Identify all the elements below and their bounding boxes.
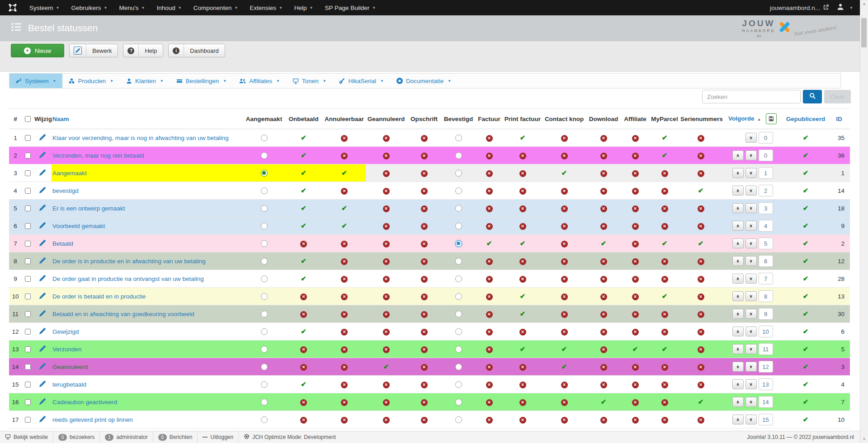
- row-checkbox[interactable]: [25, 329, 31, 335]
- check-icon[interactable]: ✔: [803, 310, 809, 317]
- cross-icon[interactable]: ✕: [632, 329, 639, 336]
- move-up-button[interactable]: ∧: [732, 326, 744, 336]
- cross-icon[interactable]: ✕: [661, 188, 668, 195]
- status-name-link[interactable]: De order gaat in productie na ontvangst …: [52, 275, 204, 282]
- edit-pencil-icon[interactable]: [39, 240, 46, 246]
- order-value-input[interactable]: [759, 185, 773, 196]
- check-icon[interactable]: ✔: [520, 239, 526, 247]
- move-up-button[interactable]: ∧: [732, 168, 744, 178]
- radio-button[interactable]: [261, 135, 268, 141]
- cross-icon[interactable]: ✕: [486, 311, 493, 318]
- cross-icon[interactable]: ✕: [421, 399, 428, 406]
- cross-icon[interactable]: ✕: [632, 170, 639, 177]
- move-down-button[interactable]: ∨: [745, 397, 757, 407]
- cross-icon[interactable]: ✕: [519, 223, 526, 230]
- component-menu-item-tonen[interactable]: Tonen ▼: [286, 74, 333, 88]
- cross-icon[interactable]: ✕: [698, 153, 704, 159]
- radio-button[interactable]: [261, 328, 268, 335]
- cross-icon[interactable]: ✕: [486, 223, 493, 230]
- cross-icon[interactable]: ✕: [383, 311, 390, 318]
- check-icon[interactable]: ✔: [632, 345, 638, 353]
- cross-icon[interactable]: ✕: [519, 329, 526, 336]
- cross-icon[interactable]: ✕: [561, 223, 568, 230]
- radio-button[interactable]: [261, 346, 268, 353]
- radio-button[interactable]: [261, 399, 268, 406]
- cross-icon[interactable]: ✕: [661, 329, 668, 336]
- column-header-gepubliceerd[interactable]: Gepubliceerd: [783, 109, 828, 129]
- topbar-menu-inhoud[interactable]: Inhoud ▼: [151, 0, 187, 15]
- radio-button[interactable]: [455, 152, 462, 159]
- cross-icon[interactable]: ✕: [600, 329, 607, 336]
- status-name-link[interactable]: Klaar voor verzending, maar is nog in af…: [52, 135, 228, 141]
- cross-icon[interactable]: ✕: [661, 311, 668, 318]
- check-icon[interactable]: ✔: [662, 151, 668, 159]
- radio-button[interactable]: [455, 187, 462, 194]
- cross-icon[interactable]: ✕: [698, 223, 704, 230]
- cross-icon[interactable]: ✕: [341, 417, 348, 424]
- cross-icon[interactable]: ✕: [632, 205, 639, 212]
- logout-link[interactable]: Uitloggen: [198, 431, 239, 443]
- move-up-button[interactable]: ∧: [732, 203, 744, 213]
- order-value-input[interactable]: [759, 326, 773, 337]
- cross-icon[interactable]: ✕: [661, 399, 668, 406]
- row-checkbox[interactable]: [25, 223, 31, 229]
- check-icon[interactable]: ✔: [803, 239, 809, 247]
- row-checkbox[interactable]: [25, 311, 31, 317]
- cross-icon[interactable]: ✕: [661, 382, 668, 388]
- search-button[interactable]: [803, 90, 822, 103]
- order-value-input[interactable]: [759, 343, 773, 355]
- cross-icon[interactable]: ✕: [519, 417, 526, 424]
- save-order-button[interactable]: [766, 113, 777, 124]
- check-icon[interactable]: ✔: [803, 415, 809, 423]
- check-icon[interactable]: ✔: [662, 345, 668, 353]
- cross-icon[interactable]: ✕: [300, 364, 307, 371]
- topbar-menu-componenten[interactable]: Componenten ▼: [188, 0, 244, 15]
- row-checkbox[interactable]: [25, 382, 31, 387]
- cross-icon[interactable]: ✕: [383, 294, 390, 300]
- cross-icon[interactable]: ✕: [486, 135, 493, 142]
- cross-icon[interactable]: ✕: [698, 135, 704, 142]
- radio-button[interactable]: [261, 223, 268, 229]
- component-menu-item-producten[interactable]: Producten ▼: [62, 74, 119, 88]
- row-checkbox[interactable]: [25, 205, 31, 211]
- status-name-link[interactable]: Betaald: [52, 240, 73, 247]
- cross-icon[interactable]: ✕: [661, 223, 668, 230]
- move-down-button[interactable]: ∨: [745, 186, 757, 196]
- move-up-button[interactable]: ∧: [732, 256, 744, 266]
- cross-icon[interactable]: ✕: [661, 364, 668, 371]
- cross-icon[interactable]: ✕: [600, 170, 607, 177]
- radio-button[interactable]: [261, 293, 268, 300]
- cross-icon[interactable]: ✕: [519, 205, 526, 212]
- topbar-menu-sp-page-builder[interactable]: SP Page Builder ▼: [319, 0, 382, 15]
- cross-icon[interactable]: ✕: [341, 364, 348, 371]
- topbar-menu-systeem[interactable]: Systeem ▼: [24, 0, 65, 15]
- move-down-button[interactable]: ∨: [745, 221, 757, 231]
- check-icon[interactable]: ✔: [301, 275, 307, 282]
- cross-icon[interactable]: ✕: [300, 311, 307, 318]
- check-icon[interactable]: ✔: [803, 345, 809, 353]
- cross-icon[interactable]: ✕: [561, 329, 568, 336]
- cross-icon[interactable]: ✕: [519, 188, 526, 195]
- check-icon[interactable]: ✔: [803, 398, 809, 406]
- radio-button[interactable]: [455, 135, 462, 141]
- order-value-input[interactable]: [759, 238, 773, 249]
- move-up-button[interactable]: ∧: [732, 238, 744, 248]
- move-down-button[interactable]: ∨: [745, 274, 757, 284]
- radio-button[interactable]: [455, 311, 462, 317]
- radio-button[interactable]: [261, 152, 268, 159]
- cross-icon[interactable]: ✕: [600, 153, 607, 159]
- edit-pencil-icon[interactable]: [39, 398, 46, 405]
- cross-icon[interactable]: ✕: [561, 417, 568, 424]
- move-up-button[interactable]: ∧: [732, 291, 744, 301]
- cross-icon[interactable]: ✕: [341, 276, 348, 283]
- check-icon[interactable]: ✔: [561, 169, 567, 177]
- radio-button[interactable]: [261, 364, 268, 370]
- cross-icon[interactable]: ✕: [421, 135, 428, 142]
- cross-icon[interactable]: ✕: [661, 417, 668, 424]
- component-menu-item-bestellingen[interactable]: Bestellingen ▼: [170, 74, 233, 88]
- component-menu-item-klanten[interactable]: Klanten ▼: [120, 74, 170, 88]
- cross-icon[interactable]: ✕: [486, 205, 493, 212]
- move-up-button[interactable]: ∧: [732, 362, 744, 372]
- topbar-menu-help[interactable]: Help ▼: [288, 0, 319, 15]
- move-down-button[interactable]: ∨: [745, 362, 757, 372]
